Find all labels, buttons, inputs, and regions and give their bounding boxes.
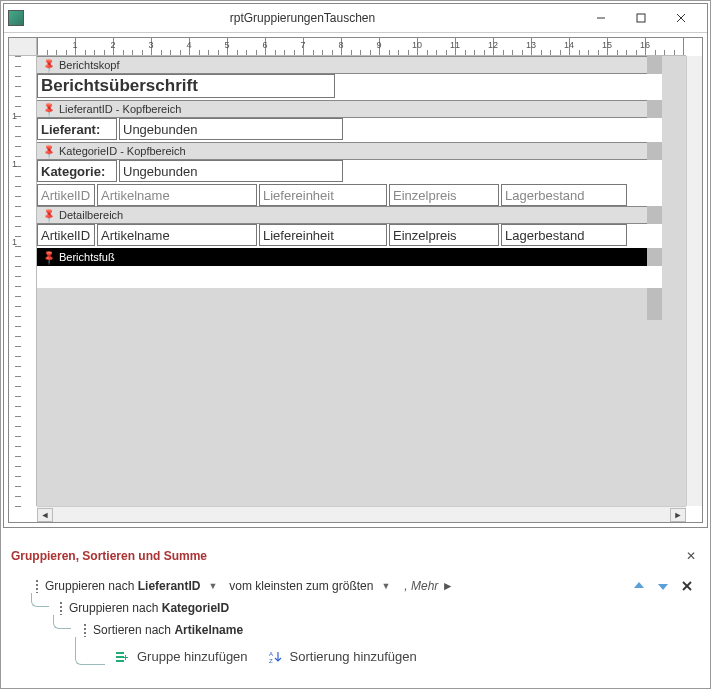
- more-toggle[interactable]: , Mehr ►: [404, 579, 453, 593]
- design-inner: 12345678910111213141516 111 ◄ ► 📌: [8, 37, 703, 523]
- section-bar-detail[interactable]: 📌 Detailbereich: [37, 206, 662, 224]
- add-group-icon: [115, 650, 129, 664]
- design-canvas[interactable]: 📌 Berichtskopf Berichtsüberschrift 📌 Lie…: [37, 56, 686, 506]
- ruler-corner[interactable]: [9, 38, 37, 56]
- svg-rect-7: [116, 656, 124, 658]
- move-down-icon[interactable]: [656, 579, 670, 593]
- maximize-button[interactable]: [621, 6, 661, 30]
- group2-caption-label[interactable]: Kategorie:: [37, 160, 117, 182]
- pushpin-icon: 📌: [41, 57, 57, 73]
- horizontal-ruler[interactable]: 12345678910111213141516: [37, 38, 686, 56]
- detail-field-lagerbestand[interactable]: Lagerbestand: [501, 224, 627, 246]
- section-bar-report-footer[interactable]: 📌 Berichtsfuß: [37, 248, 662, 266]
- group1-value-textbox[interactable]: Ungebunden: [119, 118, 343, 140]
- close-button[interactable]: [661, 6, 701, 30]
- section-body-detail[interactable]: ArtikelID Artikelname Liefereinheit Einz…: [37, 224, 662, 248]
- sort-order-text[interactable]: vom kleinsten zum größten: [229, 579, 373, 593]
- section-body-report-footer[interactable]: [37, 266, 662, 288]
- section-bar-group2-header[interactable]: 📌 KategorieID - Kopfbereich: [37, 142, 662, 160]
- svg-rect-6: [116, 652, 124, 654]
- tree-connector: [75, 637, 105, 665]
- drag-handle-icon[interactable]: [83, 623, 87, 637]
- col-label-liefereinheit[interactable]: Liefereinheit: [259, 184, 387, 206]
- section-label: Berichtsfuß: [59, 251, 115, 263]
- detail-field-liefereinheit[interactable]: Liefereinheit: [259, 224, 387, 246]
- pushpin-icon: 📌: [41, 249, 57, 265]
- detail-field-einzelpreis[interactable]: Einzelpreis: [389, 224, 499, 246]
- move-up-icon[interactable]: [632, 579, 646, 593]
- window-title: rptGruppierungenTauschen: [24, 11, 581, 25]
- pushpin-icon: 📌: [41, 207, 57, 223]
- group-sort-pane: Gruppieren, Sortieren und Summe ✕ Gruppi…: [1, 539, 710, 688]
- section-label: KategorieID - Kopfbereich: [59, 145, 186, 157]
- sort-level-3-text: Sortieren nach Artikelname: [93, 623, 243, 637]
- dropdown-icon[interactable]: ▼: [208, 581, 217, 591]
- pane-close-button[interactable]: ✕: [682, 547, 700, 565]
- group-level-1-text: Gruppieren nach LieferantID: [45, 579, 200, 593]
- scroll-right-button[interactable]: ►: [670, 508, 686, 522]
- section-bar-report-header[interactable]: 📌 Berichtskopf: [37, 56, 662, 74]
- group-level-2-text: Gruppieren nach KategorieID: [69, 601, 229, 615]
- detail-field-artikelid[interactable]: ArtikelID: [37, 224, 95, 246]
- add-group-link[interactable]: Gruppe hinzufügen: [137, 649, 248, 664]
- section-body-group1-header[interactable]: Lieferant: Ungebunden: [37, 118, 662, 142]
- add-sort-link[interactable]: Sortierung hinzufügen: [290, 649, 417, 664]
- dropdown-icon[interactable]: ▼: [381, 581, 390, 591]
- section-body-group2-header[interactable]: Kategorie: Ungebunden ArtikelID Artikeln…: [37, 160, 662, 206]
- svg-text:Z: Z: [269, 658, 273, 664]
- sort-level-3[interactable]: Sortieren nach Artikelname: [83, 619, 700, 641]
- vertical-scrollbar[interactable]: [686, 56, 702, 506]
- svg-rect-1: [637, 14, 645, 22]
- design-area: 12345678910111213141516 111 ◄ ► 📌: [4, 32, 707, 527]
- detail-field-artikelname[interactable]: Artikelname: [97, 224, 257, 246]
- section-label: Berichtskopf: [59, 59, 120, 71]
- svg-text:A: A: [269, 651, 273, 657]
- add-sort-icon: AZ: [268, 650, 282, 664]
- pane-title: Gruppieren, Sortieren und Summe: [11, 549, 207, 563]
- minimize-button[interactable]: [581, 6, 621, 30]
- scroll-left-button[interactable]: ◄: [37, 508, 53, 522]
- section-label: Detailbereich: [59, 209, 123, 221]
- col-label-artikelid[interactable]: ArtikelID: [37, 184, 95, 206]
- group-level-2[interactable]: Gruppieren nach KategorieID: [59, 597, 700, 619]
- horizontal-scrollbar[interactable]: ◄ ►: [37, 506, 686, 522]
- drag-handle-icon[interactable]: [35, 579, 39, 593]
- group-level-1[interactable]: Gruppieren nach LieferantID ▼ vom kleins…: [35, 575, 700, 597]
- titlebar: rptGruppierungenTauschen: [4, 4, 707, 32]
- pushpin-icon: 📌: [41, 143, 57, 159]
- col-label-einzelpreis[interactable]: Einzelpreis: [389, 184, 499, 206]
- app-window: rptGruppierungenTauschen 123456789101112…: [0, 0, 711, 689]
- group1-caption-label[interactable]: Lieferant:: [37, 118, 117, 140]
- scroll-track[interactable]: [53, 508, 670, 522]
- add-row: Gruppe hinzufügen AZ Sortierung hinzufüg…: [115, 649, 700, 664]
- svg-rect-10: [123, 657, 128, 658]
- tree-connector: [31, 593, 49, 607]
- section-bar-group1-header[interactable]: 📌 LieferantID - Kopfbereich: [37, 100, 662, 118]
- drag-handle-icon[interactable]: [59, 601, 63, 615]
- col-label-lagerbestand[interactable]: Lagerbestand: [501, 184, 627, 206]
- pushpin-icon: 📌: [41, 101, 57, 117]
- report-designer-window: rptGruppierungenTauschen 123456789101112…: [3, 3, 708, 528]
- delete-level-button[interactable]: [680, 579, 694, 593]
- tree-connector: [53, 615, 71, 629]
- group-sort-tree: Gruppieren nach LieferantID ▼ vom kleins…: [11, 575, 700, 664]
- report-title-label[interactable]: Berichtsüberschrift: [37, 74, 335, 98]
- vertical-ruler[interactable]: 111: [9, 56, 37, 506]
- section-label: LieferantID - Kopfbereich: [59, 103, 181, 115]
- col-label-artikelname[interactable]: Artikelname: [97, 184, 257, 206]
- window-buttons: [581, 6, 701, 30]
- svg-rect-8: [116, 660, 124, 662]
- system-icon: [8, 10, 24, 26]
- group2-value-textbox[interactable]: Ungebunden: [119, 160, 343, 182]
- section-body-report-header[interactable]: Berichtsüberschrift: [37, 74, 662, 100]
